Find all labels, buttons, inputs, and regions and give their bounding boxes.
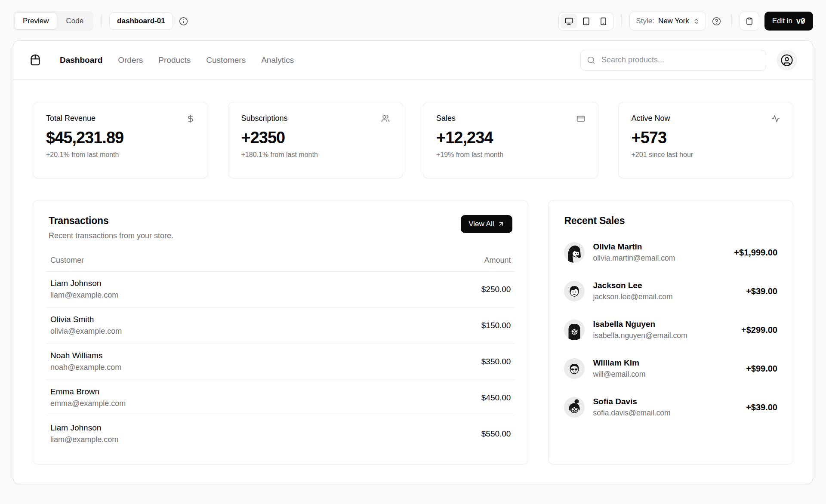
credit-card-icon (576, 114, 585, 123)
transaction-row: Liam Johnsonliam@example.com $550.00 (46, 416, 515, 452)
tablet-view-button[interactable] (578, 14, 594, 28)
toolbar-divider (731, 15, 732, 27)
style-select-value: New York (658, 17, 689, 25)
desktop-view-button[interactable] (561, 14, 577, 28)
transaction-amount: $150.00 (369, 308, 515, 344)
avatar-william-kim (564, 358, 585, 379)
sale-customer-name: Jackson Lee (593, 281, 672, 290)
dashboard-content: Total Revenue $45,231.89 +20.1% from las… (13, 80, 813, 484)
activity-icon (771, 114, 780, 123)
stat-card-subscriptions: Subscriptions +2350 +180.1% from last mo… (228, 102, 404, 178)
nav-customers[interactable]: Customers (206, 55, 246, 65)
cards-row: Transactions Recent transactions from yo… (33, 200, 793, 464)
customer-name: Liam Johnson (50, 423, 364, 433)
sale-customer-email: jackson.lee@email.com (593, 292, 672, 301)
transactions-title: Transactions (49, 215, 173, 227)
sale-customer-email: isabella.nguyen@email.com (593, 331, 687, 340)
sale-customer-email: sofia.davis@email.com (593, 409, 670, 418)
stat-change: +20.1% from last month (46, 151, 195, 159)
recent-sales-list: Olivia Martin olivia.martin@email.com +$… (564, 242, 777, 418)
preview-tab[interactable]: Preview (15, 13, 57, 29)
info-icon (179, 17, 188, 26)
sale-customer-email: olivia.martin@email.com (593, 254, 675, 263)
recent-sales-title: Recent Sales (564, 215, 777, 227)
transaction-amount: $450.00 (369, 380, 515, 416)
circle-user-icon (780, 54, 793, 67)
stat-label: Subscriptions (241, 114, 288, 123)
customer-name: Olivia Smith (50, 315, 364, 324)
stat-card-total-revenue: Total Revenue $45,231.89 +20.1% from las… (33, 102, 208, 178)
user-menu-button[interactable] (777, 50, 797, 71)
recent-sale-item: Isabella Nguyen isabella.nguyen@email.co… (564, 320, 777, 340)
help-icon (712, 17, 721, 26)
edit-in-label: Edit in (772, 17, 792, 25)
toolbar-divider (621, 15, 622, 27)
transaction-amount: $350.00 (369, 344, 515, 380)
nav-products[interactable]: Products (158, 55, 191, 65)
nav-orders[interactable]: Orders (118, 55, 143, 65)
stat-value: +12,234 (436, 129, 585, 147)
view-all-button[interactable]: View All (461, 215, 512, 233)
stat-label: Total Revenue (46, 114, 96, 123)
copy-code-button[interactable] (740, 12, 759, 31)
dashboard-frame: Dashboard Orders Products Customers Anal… (13, 40, 813, 484)
style-select[interactable]: Style: New York (629, 12, 706, 31)
sale-customer-name: Isabella Nguyen (593, 320, 687, 329)
transaction-amount: $250.00 (369, 272, 515, 308)
sale-customer-name: Sofia Davis (593, 397, 670, 406)
smartphone-icon (599, 17, 607, 25)
customer-email: emma@example.com (50, 399, 364, 408)
stat-change: +201 since last hour (632, 151, 780, 159)
arrow-up-right-icon (498, 221, 505, 227)
stat-value: +2350 (241, 129, 390, 147)
sale-amount: +$99.00 (746, 364, 777, 374)
sale-amount: +$39.00 (746, 403, 777, 412)
code-tab[interactable]: Code (58, 13, 92, 29)
nav-dashboard[interactable]: Dashboard (60, 55, 102, 65)
sale-amount: +$1,999.00 (734, 248, 777, 258)
sale-customer-name: Olivia Martin (593, 242, 675, 252)
edit-in-v0-button[interactable]: Edit in v0 (764, 12, 813, 31)
monitor-icon (565, 17, 573, 25)
stat-cards-row: Total Revenue $45,231.89 +20.1% from las… (33, 102, 793, 178)
device-toggle-group (558, 12, 613, 31)
preview-toolbar: Preview Code dashboard-01 Style: New Yor… (0, 0, 826, 40)
customer-email: noah@example.com (50, 363, 364, 372)
users-icon (381, 114, 390, 123)
search-products (580, 50, 766, 71)
mobile-view-button[interactable] (595, 14, 611, 28)
avatar-jackson-lee (564, 281, 585, 301)
avatar-olivia-martin (564, 242, 585, 263)
nav-analytics[interactable]: Analytics (261, 55, 294, 65)
customer-email: olivia@example.com (50, 327, 364, 336)
stat-value: $45,231.89 (46, 129, 195, 147)
search-products-input[interactable] (580, 50, 766, 71)
recent-sale-item: Sofia Davis sofia.davis@email.com +$39.0… (564, 397, 777, 418)
avatar-sofia-davis (564, 397, 585, 418)
sale-customer-name: William Kim (593, 358, 645, 368)
stat-card-sales: Sales +12,234 +19% from last month (423, 102, 598, 178)
info-icon-button[interactable] (176, 14, 191, 28)
view-all-label: View All (468, 220, 494, 228)
recent-sale-item: William Kim will@email.com +$99.00 (564, 358, 777, 379)
column-customer: Customer (46, 256, 369, 272)
transaction-row: Emma Brownemma@example.com $450.00 (46, 380, 515, 416)
transaction-row: Noah Williamsnoah@example.com $350.00 (46, 344, 515, 380)
transaction-row: Olivia Smitholivia@example.com $150.00 (46, 308, 515, 344)
transaction-amount: $550.00 (369, 416, 515, 452)
sale-amount: +$39.00 (746, 286, 777, 296)
sale-customer-email: will@email.com (593, 370, 645, 379)
stat-change: +180.1% from last month (241, 151, 390, 159)
customer-email: liam@example.com (50, 435, 364, 444)
stat-change: +19% from last month (436, 151, 585, 159)
customer-name: Emma Brown (50, 387, 364, 396)
avatar-isabella-nguyen (564, 320, 585, 340)
main-nav: Dashboard Orders Products Customers Anal… (60, 55, 294, 65)
customer-name: Noah Williams (50, 351, 364, 360)
stat-card-active-now: Active Now +573 +201 since last hour (618, 102, 794, 178)
view-mode-toggle: Preview Code (13, 11, 93, 31)
recent-sale-item: Jackson Lee jackson.lee@email.com +$39.0… (564, 281, 777, 301)
help-icon-button[interactable] (709, 14, 724, 28)
app-header: Dashboard Orders Products Customers Anal… (13, 41, 813, 80)
sale-amount: +$299.00 (741, 325, 777, 335)
